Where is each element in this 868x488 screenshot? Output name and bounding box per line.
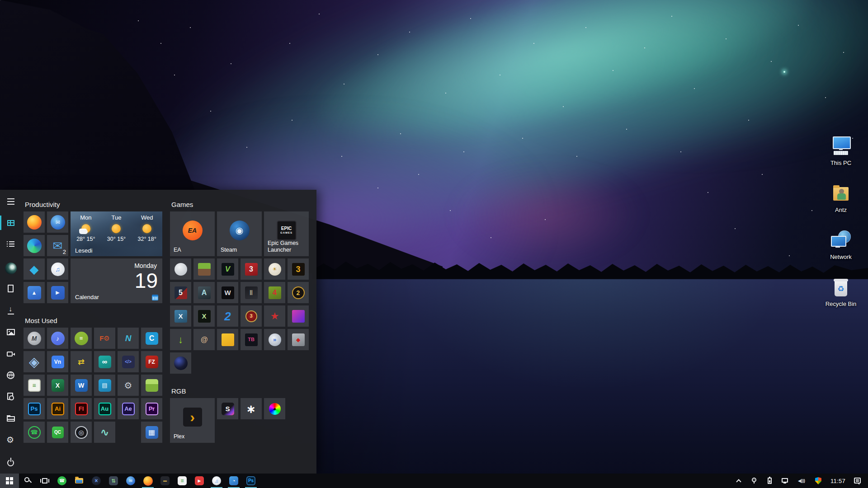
tile-game-tornado[interactable]: @: [193, 329, 215, 350]
tile-game-x-blue[interactable]: X: [170, 305, 191, 327]
photoshop[interactable]: Ps: [242, 474, 259, 488]
tile-wave-app[interactable]: ∿: [94, 422, 115, 443]
clock[interactable]: 11:57: [827, 478, 849, 484]
pictures-button[interactable]: [0, 323, 22, 341]
tile-game-silver-eagle[interactable]: »: [264, 329, 285, 350]
tile-photos[interactable]: ▲: [24, 282, 45, 303]
tile-game-red-star[interactable]: ★: [264, 305, 285, 327]
tile-firefox[interactable]: [24, 211, 45, 233]
tile-driver-tool[interactable]: ⚙: [118, 375, 139, 396]
network[interactable]: Network: [819, 230, 863, 260]
tile-game-witcher3[interactable]: W: [217, 282, 238, 303]
tile-game-cnc[interactable]: ◆: [288, 329, 309, 350]
tray-volume[interactable]: ◀))): [793, 474, 810, 488]
group-games-header[interactable]: Games: [171, 201, 309, 209]
tile-game-three-gold[interactable]: 3: [288, 258, 309, 280]
tile-signalrgb[interactable]: S: [217, 398, 238, 419]
tile-epic-games-launcher[interactable]: EPICGAMESEpic Games Launcher: [264, 211, 309, 256]
tile-game-two-blue[interactable]: 2: [217, 305, 238, 327]
tile-game-gta5[interactable]: V: [217, 258, 238, 280]
tile-green-cube-app[interactable]: [141, 375, 162, 396]
tile-game-tb[interactable]: TB: [241, 329, 262, 350]
hidden-icons-button[interactable]: [732, 474, 745, 488]
user-avatar[interactable]: [0, 259, 22, 277]
tile-itunes[interactable]: ♫: [47, 258, 68, 280]
thunderbird[interactable]: ✉: [122, 474, 139, 488]
tile-fan-control[interactable]: ∗: [241, 398, 262, 419]
tile-nitro-app[interactable]: N: [118, 328, 139, 349]
tile-edge[interactable]: [24, 235, 45, 256]
tile-mediamonkey[interactable]: M: [24, 328, 45, 349]
recycle-bin[interactable]: ♻Recycle Bin: [819, 277, 863, 307]
media-player-red[interactable]: ▶: [191, 474, 208, 488]
tile-game-two-gold[interactable]: 2: [288, 282, 309, 303]
tile-filezilla[interactable]: FZ: [141, 351, 162, 372]
tile-calculator[interactable]: ▦: [141, 422, 162, 443]
file-explorer-button[interactable]: [0, 410, 22, 428]
tray-bulb[interactable]: [747, 474, 761, 488]
sphere-app[interactable]: ×: [88, 474, 105, 488]
tile-flash[interactable]: Fl: [71, 398, 92, 419]
notepad[interactable]: ≡: [174, 474, 191, 488]
remote-pc[interactable]: ⇅: [105, 474, 122, 488]
tile-game-overwatch[interactable]: [217, 329, 238, 350]
tile-game-x-dark[interactable]: X: [193, 305, 215, 327]
all-apps-button[interactable]: [0, 235, 22, 253]
search-button[interactable]: [19, 474, 36, 488]
settings-button[interactable]: [0, 432, 22, 450]
network-button[interactable]: [0, 366, 22, 385]
tray-defender[interactable]: [811, 474, 825, 488]
tile-calendar[interactable]: Monday19Calendar: [71, 258, 162, 303]
group-most-used-header[interactable]: Most Used: [25, 317, 162, 325]
tile-blue-doc-app[interactable]: ▤: [94, 375, 115, 396]
tile-whatsapp[interactable]: ☎: [24, 422, 45, 443]
file-explorer[interactable]: [71, 474, 88, 488]
tile-kodi[interactable]: ◆: [24, 258, 45, 280]
tile-openrgb[interactable]: ●: [264, 398, 285, 419]
tile-vnc-viewer[interactable]: Vn: [47, 351, 68, 372]
tile-plex[interactable]: ›Plex: [170, 398, 215, 443]
action-center-button[interactable]: [851, 474, 864, 488]
tile-game-green-arrow[interactable]: ↓: [170, 329, 191, 350]
tile-word[interactable]: W: [71, 375, 92, 396]
tile-game-mafia3[interactable]: 3: [241, 258, 262, 280]
tile-illustrator[interactable]: Ai: [47, 398, 68, 419]
tile-photoshop[interactable]: Ps: [24, 398, 45, 419]
tile-game-neon[interactable]: [288, 305, 309, 327]
tile-game-red-alert-3[interactable]: 3: [241, 305, 262, 327]
tile-remote-pc-app[interactable]: ⇄: [71, 351, 92, 372]
firefox[interactable]: [139, 474, 156, 488]
tile-game-ark[interactable]: A: [193, 282, 215, 303]
tile-excel[interactable]: X: [47, 375, 68, 396]
group-rgb-header[interactable]: RGB: [171, 387, 309, 395]
tile-game-xbox[interactable]: [170, 258, 191, 280]
tile-mail[interactable]: ✉2: [47, 235, 68, 256]
tile-qc-app[interactable]: QC: [47, 422, 68, 443]
tile-c-app[interactable]: C: [141, 328, 162, 349]
tile-virtualbox[interactable]: ◈: [24, 351, 45, 372]
tile-steam[interactable]: ◉Steam: [217, 211, 262, 256]
menu-button[interactable]: [0, 192, 22, 211]
whatsapp[interactable]: ☎: [53, 474, 71, 488]
tile-weather[interactable]: Mon28° 15°Tue30° 15°Wed32° 18°Lesedi: [71, 211, 162, 256]
tile-game-minecraft[interactable]: [193, 258, 215, 280]
tile-audition[interactable]: Au: [94, 398, 115, 419]
tile-game-cod[interactable]: ‖: [241, 282, 262, 303]
tile-arduino-ide[interactable]: ∞: [94, 351, 115, 372]
tile-code-app[interactable]: </>: [118, 351, 139, 372]
itunes[interactable]: ♫: [208, 474, 225, 488]
tray-network[interactable]: [778, 474, 792, 488]
tile-thunderbird[interactable]: ✉: [47, 211, 68, 233]
tile-game-dark-sphere[interactable]: [170, 352, 191, 374]
antz-folder[interactable]: Antz: [819, 183, 863, 213]
clock-app[interactable]: ◔: [225, 474, 242, 488]
start-button[interactable]: [0, 474, 19, 488]
tile-notes-editor[interactable]: ≡: [24, 375, 45, 396]
tile-green-cloud-app[interactable]: ≡: [71, 328, 92, 349]
music-tagger[interactable]: ▬: [156, 474, 174, 488]
pinned-tiles-button[interactable]: [0, 214, 22, 232]
tile-after-effects[interactable]: Ae: [118, 398, 139, 419]
this-pc[interactable]: This PC: [819, 136, 863, 166]
tile-cloud-music-app[interactable]: ♪: [47, 328, 68, 349]
tile-game-farcry5[interactable]: 5: [170, 282, 191, 303]
